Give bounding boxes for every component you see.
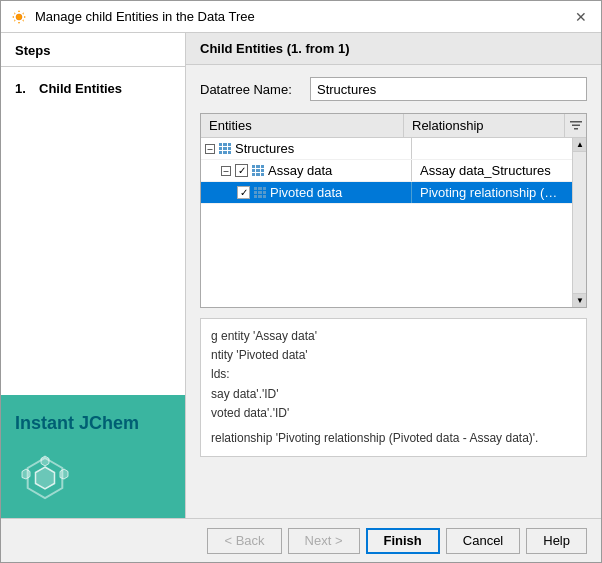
svg-marker-3 (41, 456, 49, 466)
step-label: Child Entities (39, 81, 122, 96)
content-area: Steps 1. Child Entities Instant JChem (1, 33, 601, 518)
entity-tree: Entities Relationship (200, 113, 587, 308)
datatree-form-row: Datatree Name: (200, 77, 587, 101)
left-panel: Steps 1. Child Entities Instant JChem (1, 33, 186, 518)
info-line-1: g entity 'Assay data' (211, 327, 576, 346)
next-button[interactable]: Next > (288, 528, 360, 554)
title-bar-left: Manage child Entities in the Data Tree (11, 9, 255, 25)
svg-point-0 (16, 14, 22, 20)
back-button[interactable]: < Back (207, 528, 281, 554)
col-entities-header: Entities (201, 114, 404, 137)
panel-body: Datatree Name: Entities Relationship (186, 65, 601, 518)
title-bar: Manage child Entities in the Data Tree ✕ (1, 1, 601, 33)
right-panel: Child Entities (1. from 1) Datatree Name… (186, 33, 601, 518)
entity-checkbox[interactable]: ✓ (235, 164, 248, 177)
tree-row[interactable]: – Structures (201, 138, 572, 160)
footer: < Back Next > Finish Cancel Help (1, 518, 601, 562)
entity-grid-icon (254, 187, 266, 199)
info-line-4: say data'.'ID' (211, 385, 576, 404)
cancel-button[interactable]: Cancel (446, 528, 520, 554)
brand-logo (15, 448, 75, 508)
entity-name: Pivoted data (270, 185, 342, 200)
panel-title: Child Entities (1. from 1) (200, 41, 350, 56)
close-button[interactable]: ✕ (571, 7, 591, 27)
svg-marker-4 (60, 469, 68, 479)
info-line-2: ntity 'Pivoted data' (211, 346, 576, 365)
svg-marker-5 (22, 469, 30, 479)
tree-header: Entities Relationship (201, 114, 586, 138)
datatree-label: Datatree Name: (200, 82, 310, 97)
entity-cell[interactable]: ✓ Pivoted data (201, 182, 412, 203)
entity-name: Assay data (268, 163, 332, 178)
manage-dialog: Manage child Entities in the Data Tree ✕… (0, 0, 602, 563)
filter-icon (569, 119, 583, 133)
info-bottom: relationship 'Pivoting relationship (Piv… (211, 429, 576, 448)
svg-marker-2 (36, 467, 55, 489)
brand-name: Instant JChem (15, 413, 139, 434)
svg-rect-7 (572, 124, 580, 126)
entity-checkbox[interactable]: ✓ (237, 186, 250, 199)
datatree-input[interactable] (310, 77, 587, 101)
col-relationship-header: Relationship (404, 114, 564, 137)
filter-button[interactable] (564, 114, 586, 137)
svg-rect-8 (574, 128, 578, 130)
svg-rect-6 (570, 121, 582, 123)
panel-header: Child Entities (1. from 1) (186, 33, 601, 65)
entity-grid-icon (252, 165, 264, 177)
info-line-5: voted data'.'ID' (211, 404, 576, 423)
step-number: 1. (15, 81, 33, 96)
entity-cell[interactable]: – Structures (201, 138, 412, 159)
relationship-cell (412, 146, 572, 152)
brand-area: Instant JChem (1, 395, 185, 518)
relationship-cell: Pivoting relationship (Pivot... (412, 182, 572, 203)
tree-row[interactable]: ✓ Pivoted data Pivoting relationship (Pi… (201, 182, 572, 204)
tree-body[interactable]: – Structures (201, 138, 572, 307)
steps-header: Steps (1, 33, 185, 67)
entity-name: Structures (235, 141, 294, 156)
step-item-1: 1. Child Entities (15, 77, 171, 100)
steps-list: 1. Child Entities (1, 67, 185, 110)
scroll-down-button[interactable]: ▼ (573, 293, 586, 307)
expand-icon[interactable]: – (221, 166, 231, 176)
entity-grid-icon (219, 143, 231, 155)
tree-scrollbar[interactable]: ▲ ▼ (572, 138, 586, 307)
help-button[interactable]: Help (526, 528, 587, 554)
dialog-icon (11, 9, 27, 25)
finish-button[interactable]: Finish (366, 528, 440, 554)
expand-icon[interactable]: – (205, 144, 215, 154)
tree-row[interactable]: – ✓ Assay data Assay data_Stru (201, 160, 572, 182)
relationship-cell: Assay data_Structures (412, 160, 572, 181)
dialog-title: Manage child Entities in the Data Tree (35, 9, 255, 24)
entity-cell[interactable]: – ✓ Assay data (201, 160, 412, 181)
scroll-up-button[interactable]: ▲ (573, 138, 586, 152)
info-line-3: lds: (211, 365, 576, 384)
info-area: g entity 'Assay data' ntity 'Pivoted dat… (200, 318, 587, 457)
